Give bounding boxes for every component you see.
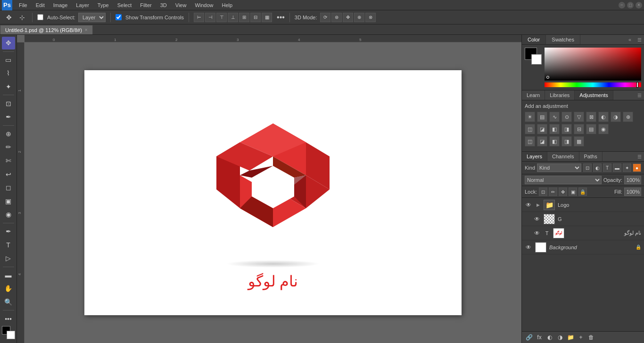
gradient-tool[interactable]: ▣ [2,195,15,208]
canvas-area[interactable]: 0 1 2 3 4 5 1 2 3 4 [17,35,521,343]
shadow-adj-btn[interactable]: ◫ [525,136,535,147]
minimize-button[interactable]: − [619,2,625,8]
lock-position-btn[interactable]: ✥ [559,188,567,196]
menu-view[interactable]: View [172,1,190,9]
menu-help[interactable]: Help [218,1,237,9]
3d-pan-btn[interactable]: ✥ [343,13,353,22]
3d-orbit-btn[interactable]: ⊛ [331,13,342,22]
layer-eye-g[interactable]: 👁 [533,215,541,223]
filter-adj-icon[interactable]: ◐ [593,163,602,172]
menu-select[interactable]: Select [114,1,136,9]
align-center-v-btn[interactable]: ⊞ [239,13,249,22]
marquee-tool[interactable]: ▭ [2,54,15,66]
levels-adj-btn[interactable]: ▤ [537,112,547,122]
layer-row-logo[interactable]: 👁 ▶ 📁 Logo [522,198,644,212]
layer-effects-icon[interactable]: fx [535,333,544,342]
tab-close-icon[interactable]: × [85,27,88,33]
zoom-tool[interactable]: 🔍 [2,296,15,309]
filter-pixel-icon[interactable]: ⊡ [583,163,592,172]
libraries-tab[interactable]: Libraries [545,90,575,100]
lasso-tool[interactable]: ⌇ [2,67,15,80]
curves-adj-btn[interactable]: ∿ [549,112,560,122]
document-tab[interactable]: Untitled-1.psd @ 112% (RGB/8#) × [0,25,93,34]
auto-select-checkbox[interactable] [37,14,43,20]
adjustments-tab[interactable]: Adjustments [575,90,613,100]
panel-menu-icon[interactable]: ☰ [635,35,644,44]
3d-slide-btn[interactable]: ⊕ [354,13,364,22]
hue-bar[interactable] [545,82,641,87]
color-gradient[interactable] [545,48,641,81]
kind-dropdown[interactable]: Kind [537,163,581,172]
hand-tool[interactable]: ✋ [2,282,15,295]
crop-tool[interactable]: ⊡ [2,97,15,110]
layers-tab[interactable]: Layers [522,152,547,161]
layers-menu-icon[interactable]: ☰ [635,152,644,161]
menu-file[interactable]: File [15,1,31,9]
gradient-map-adj-btn[interactable]: ▤ [586,124,596,134]
invert-adj-btn[interactable]: ◧ [549,124,560,134]
adj-menu-icon[interactable]: ☰ [635,90,644,100]
align-top-btn[interactable]: ⊥ [228,13,238,22]
layer-group-icon[interactable]: 📁 [566,333,575,342]
panel-expand-icon[interactable]: « [625,35,635,44]
align-left-btn[interactable]: ⊢ [194,13,204,22]
blur-tool[interactable]: ◉ [2,208,15,221]
layer-expand-logo[interactable]: ▶ [535,202,541,208]
pen-tool[interactable]: ✒ [2,225,15,238]
move-tool[interactable]: ✥ [2,37,15,49]
maximize-button[interactable]: □ [627,2,634,8]
link-layers-icon[interactable]: 🔗 [525,333,533,342]
fill-input[interactable] [624,188,641,196]
menu-layer[interactable]: Layer [72,1,93,9]
menu-image[interactable]: Image [50,1,72,9]
layer-dropdown[interactable]: Layer [78,13,106,22]
lock-all-btn[interactable]: 🔒 [578,188,587,196]
align-center-h-btn[interactable]: ⊣ [205,13,215,22]
clone-tool[interactable]: ✄ [2,155,15,167]
menu-edit[interactable]: Edit [32,1,49,9]
align-bottom-btn[interactable]: ⊟ [250,13,261,22]
background-color-swatch[interactable] [7,331,15,339]
layer-row-text[interactable]: 👁 T لوگو نام لوگو [522,226,644,240]
threshold-adj-btn[interactable]: ⊟ [574,124,584,134]
brush-tool[interactable]: ✏ [2,141,15,154]
3d-rotate-btn[interactable]: ⟳ [320,13,330,22]
more-tools[interactable]: ••• [2,312,15,325]
bw-adj-btn[interactable]: ◑ [611,112,621,122]
filter-type-icon[interactable]: T [603,163,611,172]
layer-eye-logo[interactable]: 👁 [525,201,532,209]
colorbalance-adj-btn[interactable]: ◐ [598,112,609,122]
eraser-tool[interactable]: ◻ [2,181,15,194]
filter-shape-icon[interactable]: ▬ [613,163,621,172]
photofilter-adj-btn[interactable]: ⊕ [623,112,633,122]
lock-transparent-btn[interactable]: ⊡ [539,188,547,196]
blend-mode-dropdown[interactable]: Normal [525,176,602,184]
grad-fill-adj-btn[interactable]: ◧ [549,136,560,147]
filter-toggle[interactable]: ● [633,163,641,172]
learn-tab[interactable]: Learn [522,90,545,100]
eyedropper-tool[interactable]: ✒ [2,111,15,123]
quick-select-tool[interactable]: ✦ [2,81,15,93]
layer-eye-bg[interactable]: 👁 [525,244,532,251]
layer-row-g[interactable]: 👁 G [522,212,644,226]
exposure-adj-btn[interactable]: ⊙ [561,112,572,122]
swatches-tab[interactable]: Swatches [546,35,580,44]
channelmix-adj-btn[interactable]: ◫ [525,124,535,134]
menu-3d[interactable]: 3D [157,1,171,9]
filter-smart-icon[interactable]: ✦ [623,163,631,172]
history-tool[interactable]: ↩ [2,168,15,180]
posterize-adj-btn[interactable]: ◨ [561,124,572,134]
3d-scale-btn[interactable]: ⊗ [365,13,376,22]
menu-window[interactable]: Window [191,1,217,9]
lock-artboard-btn[interactable]: ▣ [569,188,577,196]
brightness-adj-btn[interactable]: ☀ [525,112,535,122]
layer-eye-text[interactable]: 👁 [533,229,541,237]
selective-adj-btn[interactable]: ◉ [598,124,609,134]
color-tab[interactable]: Color [522,35,546,44]
layer-row-background[interactable]: 👁 Background 🔒 [522,240,644,254]
grid-adj-btn[interactable]: ▦ [574,136,584,147]
show-transform-checkbox[interactable] [116,14,122,20]
menu-filter[interactable]: Filter [136,1,155,9]
lock-pixels-btn[interactable]: ✏ [549,188,557,196]
shape-tool[interactable]: ▬ [2,269,15,282]
